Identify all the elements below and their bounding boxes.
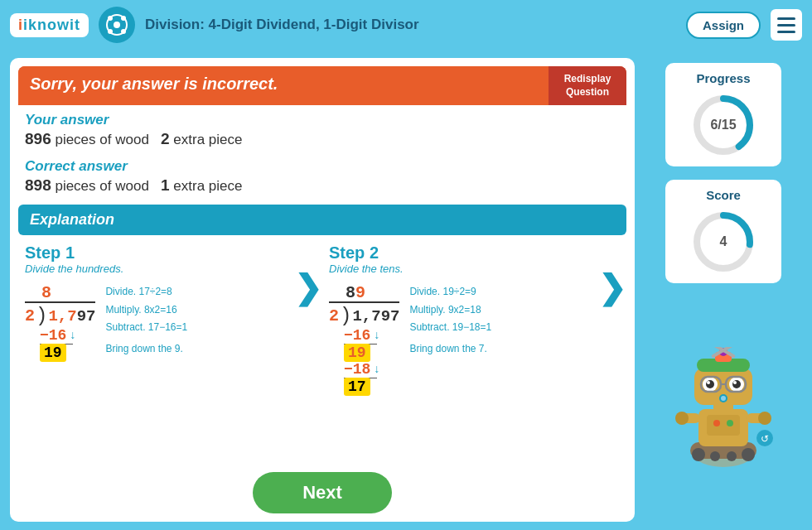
step1-subtract: −16 xyxy=(40,327,66,344)
incorrect-message: Sorry, your answer is incorrect. xyxy=(18,66,549,105)
svg-point-20 xyxy=(758,412,771,425)
svg-point-31 xyxy=(732,380,741,388)
step1-subtitle: Divide the hundreds. xyxy=(25,263,288,275)
your-answer-section: Your answer 896 pieces of wood 2 extra p… xyxy=(10,105,635,152)
correct-answer-section: Correct answer 898 pieces of wood 1 extr… xyxy=(10,152,635,198)
svg-point-40 xyxy=(713,420,720,426)
step1-quotient: 8 xyxy=(41,283,51,302)
assign-button[interactable]: Assign xyxy=(686,12,761,39)
score-circle: 4 xyxy=(690,209,756,275)
step2-quotient: 89 xyxy=(346,283,365,302)
step2-rem1: 19 xyxy=(344,344,370,362)
svg-point-33 xyxy=(733,381,737,384)
step2-division: 89 2 ) 1,797 −16 ↓ xyxy=(329,283,592,395)
incorrect-banner: Sorry, your answer is incorrect. Redispl… xyxy=(18,66,626,105)
correct-answer-label: Correct answer xyxy=(25,158,620,175)
progress-circle: 6/15 xyxy=(690,92,756,158)
svg-point-30 xyxy=(706,380,714,388)
svg-point-4 xyxy=(108,29,113,34)
svg-point-12 xyxy=(692,448,705,461)
content-panel: Sorry, your answer is incorrect. Redispl… xyxy=(10,58,635,522)
svg-point-5 xyxy=(121,29,126,34)
svg-point-41 xyxy=(727,420,733,426)
progress-card: Progress 6/15 xyxy=(665,63,781,166)
svg-point-14 xyxy=(727,451,737,461)
step1-block: Step 1 Divide the hundreds. 8 2 ) 1,797 xyxy=(18,243,294,361)
step2-rem2: 17 xyxy=(344,378,370,396)
your-answer-value: 896 pieces of wood 2 extra piece xyxy=(25,130,620,148)
next-button-area: Next xyxy=(10,467,635,522)
svg-point-32 xyxy=(707,381,710,384)
your-answer-label: Your answer xyxy=(25,112,620,128)
progress-text: 6/15 xyxy=(710,118,736,132)
step1-divisor: 2 xyxy=(25,306,35,325)
mascot-image: ↺ xyxy=(674,347,773,471)
logo: iiknowit xyxy=(10,13,89,37)
svg-point-2 xyxy=(108,16,113,21)
correct-answer-value: 898 pieces of wood 1 extra piece xyxy=(25,176,620,195)
step1-notes: Divide. 17÷2=8 Multiply. 8x2=16 Subtract… xyxy=(105,283,187,358)
sidebar: Progress 6/15 Score 4 xyxy=(645,58,802,522)
step1-division: 8 2 ) 1,797 −16 ↓ xyxy=(25,283,288,361)
step2-block: Step 2 Divide the tens. 89 2 ) 1,797 xyxy=(322,243,598,395)
step2-subtitle: Divide the tens. xyxy=(329,263,592,275)
step2-divisor: 2 xyxy=(329,306,339,325)
svg-point-15 xyxy=(742,448,755,461)
svg-text:↺: ↺ xyxy=(761,433,769,445)
svg-point-13 xyxy=(710,451,720,461)
main-area: Sorry, your answer is incorrect. Redispl… xyxy=(0,50,812,530)
mascot-area: ↺ xyxy=(674,296,773,522)
header-title: Division: 4-Digit Dividend, 1-Digit Divi… xyxy=(145,17,676,33)
svg-point-3 xyxy=(121,16,126,21)
chevron-1: ❯ xyxy=(294,243,322,306)
score-card: Score 4 xyxy=(665,180,781,283)
next-button[interactable]: Next xyxy=(253,472,392,513)
step1-remainder: 19 xyxy=(40,344,66,362)
redisplay-button[interactable]: Redisplay Question xyxy=(549,66,626,105)
svg-rect-39 xyxy=(707,415,740,436)
svg-point-1 xyxy=(114,22,120,28)
explanation-header: Explanation xyxy=(18,205,626,235)
steps-area: Step 1 Divide the hundreds. 8 2 ) 1,797 xyxy=(10,235,635,467)
step1-title: Step 1 xyxy=(25,243,288,263)
svg-point-18 xyxy=(675,412,689,425)
progress-label: Progress xyxy=(679,71,768,85)
score-label: Score xyxy=(679,188,768,202)
step2-notes: Divide. 19÷2=9 Multiply. 9x2=18 Subtract… xyxy=(409,283,491,358)
menu-button[interactable] xyxy=(771,9,802,41)
step2-title: Step 2 xyxy=(329,243,592,263)
score-text: 4 xyxy=(720,234,727,249)
film-icon xyxy=(99,7,135,43)
header: iiknowit Division: 4-Digit Dividend, 1-D… xyxy=(0,0,812,50)
svg-point-38 xyxy=(721,396,726,401)
chevron-2: ❯ xyxy=(598,243,626,306)
